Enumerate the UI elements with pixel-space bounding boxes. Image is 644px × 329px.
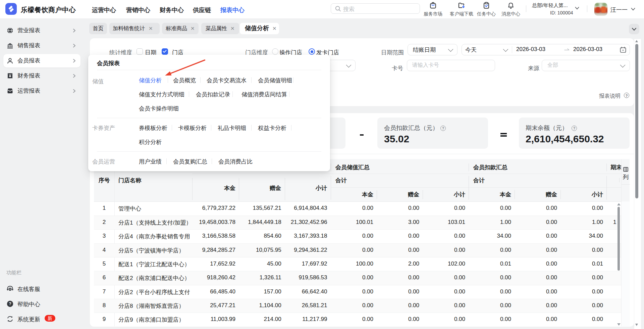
svg-text:?: ? <box>9 301 11 306</box>
